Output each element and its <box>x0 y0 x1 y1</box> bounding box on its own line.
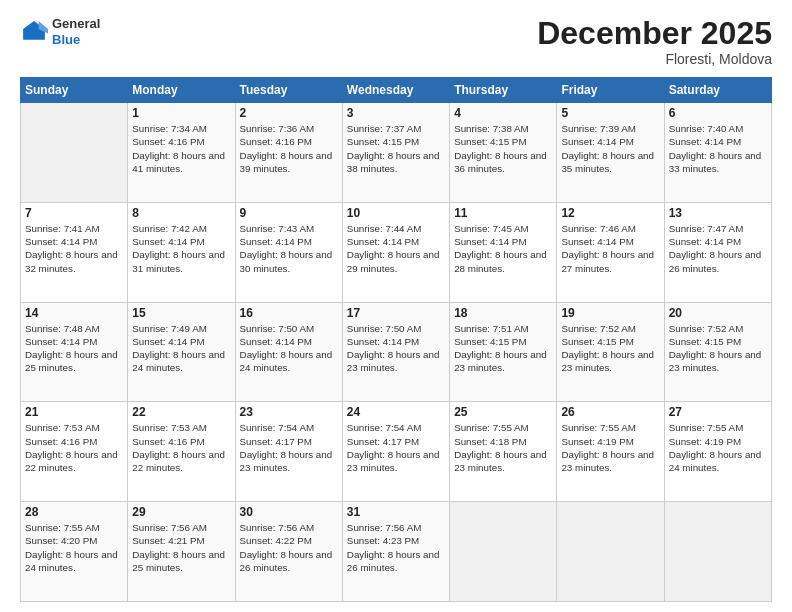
cell-info: Sunrise: 7:55 AMSunset: 4:19 PMDaylight:… <box>669 421 767 474</box>
weekday-header-wednesday: Wednesday <box>342 78 449 103</box>
cell-info: Sunrise: 7:41 AMSunset: 4:14 PMDaylight:… <box>25 222 123 275</box>
logo-general-text: General <box>52 16 100 32</box>
cell-day-number: 1 <box>132 106 230 120</box>
cell-day-number: 18 <box>454 306 552 320</box>
calendar-cell: 4Sunrise: 7:38 AMSunset: 4:15 PMDaylight… <box>450 103 557 203</box>
cell-day-number: 26 <box>561 405 659 419</box>
cell-day-number: 24 <box>347 405 445 419</box>
cell-day-number: 20 <box>669 306 767 320</box>
cell-day-number: 23 <box>240 405 338 419</box>
cell-info: Sunrise: 7:55 AMSunset: 4:20 PMDaylight:… <box>25 521 123 574</box>
calendar-cell: 21Sunrise: 7:53 AMSunset: 4:16 PMDayligh… <box>21 402 128 502</box>
header: General Blue December 2025 Floresti, Mol… <box>20 16 772 67</box>
cell-info: Sunrise: 7:56 AMSunset: 4:21 PMDaylight:… <box>132 521 230 574</box>
cell-info: Sunrise: 7:53 AMSunset: 4:16 PMDaylight:… <box>25 421 123 474</box>
calendar-cell: 14Sunrise: 7:48 AMSunset: 4:14 PMDayligh… <box>21 302 128 402</box>
calendar-cell: 11Sunrise: 7:45 AMSunset: 4:14 PMDayligh… <box>450 202 557 302</box>
cell-day-number: 7 <box>25 206 123 220</box>
cell-info: Sunrise: 7:56 AMSunset: 4:22 PMDaylight:… <box>240 521 338 574</box>
cell-day-number: 4 <box>454 106 552 120</box>
weekday-header-thursday: Thursday <box>450 78 557 103</box>
cell-info: Sunrise: 7:49 AMSunset: 4:14 PMDaylight:… <box>132 322 230 375</box>
cell-info: Sunrise: 7:55 AMSunset: 4:19 PMDaylight:… <box>561 421 659 474</box>
cell-info: Sunrise: 7:38 AMSunset: 4:15 PMDaylight:… <box>454 122 552 175</box>
cell-info: Sunrise: 7:45 AMSunset: 4:14 PMDaylight:… <box>454 222 552 275</box>
cell-day-number: 9 <box>240 206 338 220</box>
cell-day-number: 2 <box>240 106 338 120</box>
calendar-cell: 9Sunrise: 7:43 AMSunset: 4:14 PMDaylight… <box>235 202 342 302</box>
cell-info: Sunrise: 7:47 AMSunset: 4:14 PMDaylight:… <box>669 222 767 275</box>
cell-info: Sunrise: 7:53 AMSunset: 4:16 PMDaylight:… <box>132 421 230 474</box>
cell-day-number: 22 <box>132 405 230 419</box>
calendar-cell <box>664 502 771 602</box>
calendar-cell: 13Sunrise: 7:47 AMSunset: 4:14 PMDayligh… <box>664 202 771 302</box>
calendar-week-row: 7Sunrise: 7:41 AMSunset: 4:14 PMDaylight… <box>21 202 772 302</box>
calendar-cell <box>450 502 557 602</box>
calendar-cell: 22Sunrise: 7:53 AMSunset: 4:16 PMDayligh… <box>128 402 235 502</box>
calendar-cell: 25Sunrise: 7:55 AMSunset: 4:18 PMDayligh… <box>450 402 557 502</box>
calendar-week-row: 21Sunrise: 7:53 AMSunset: 4:16 PMDayligh… <box>21 402 772 502</box>
calendar-cell: 6Sunrise: 7:40 AMSunset: 4:14 PMDaylight… <box>664 103 771 203</box>
cell-info: Sunrise: 7:36 AMSunset: 4:16 PMDaylight:… <box>240 122 338 175</box>
cell-day-number: 31 <box>347 505 445 519</box>
cell-day-number: 5 <box>561 106 659 120</box>
cell-day-number: 12 <box>561 206 659 220</box>
calendar-cell: 10Sunrise: 7:44 AMSunset: 4:14 PMDayligh… <box>342 202 449 302</box>
title-section: December 2025 Floresti, Moldova <box>537 16 772 67</box>
cell-day-number: 13 <box>669 206 767 220</box>
calendar-cell: 1Sunrise: 7:34 AMSunset: 4:16 PMDaylight… <box>128 103 235 203</box>
cell-info: Sunrise: 7:42 AMSunset: 4:14 PMDaylight:… <box>132 222 230 275</box>
cell-info: Sunrise: 7:39 AMSunset: 4:14 PMDaylight:… <box>561 122 659 175</box>
logo-blue-text: Blue <box>52 32 100 48</box>
month-title: December 2025 <box>537 16 772 51</box>
calendar-week-row: 28Sunrise: 7:55 AMSunset: 4:20 PMDayligh… <box>21 502 772 602</box>
cell-info: Sunrise: 7:55 AMSunset: 4:18 PMDaylight:… <box>454 421 552 474</box>
calendar-cell: 18Sunrise: 7:51 AMSunset: 4:15 PMDayligh… <box>450 302 557 402</box>
calendar-cell: 20Sunrise: 7:52 AMSunset: 4:15 PMDayligh… <box>664 302 771 402</box>
calendar-cell: 24Sunrise: 7:54 AMSunset: 4:17 PMDayligh… <box>342 402 449 502</box>
cell-day-number: 3 <box>347 106 445 120</box>
calendar-cell: 2Sunrise: 7:36 AMSunset: 4:16 PMDaylight… <box>235 103 342 203</box>
calendar-cell: 7Sunrise: 7:41 AMSunset: 4:14 PMDaylight… <box>21 202 128 302</box>
cell-info: Sunrise: 7:52 AMSunset: 4:15 PMDaylight:… <box>561 322 659 375</box>
cell-day-number: 6 <box>669 106 767 120</box>
cell-day-number: 21 <box>25 405 123 419</box>
cell-info: Sunrise: 7:50 AMSunset: 4:14 PMDaylight:… <box>240 322 338 375</box>
calendar-table: SundayMondayTuesdayWednesdayThursdayFrid… <box>20 77 772 602</box>
calendar-cell: 17Sunrise: 7:50 AMSunset: 4:14 PMDayligh… <box>342 302 449 402</box>
cell-day-number: 30 <box>240 505 338 519</box>
cell-info: Sunrise: 7:37 AMSunset: 4:15 PMDaylight:… <box>347 122 445 175</box>
weekday-header-monday: Monday <box>128 78 235 103</box>
calendar-header-row: SundayMondayTuesdayWednesdayThursdayFrid… <box>21 78 772 103</box>
calendar-cell: 12Sunrise: 7:46 AMSunset: 4:14 PMDayligh… <box>557 202 664 302</box>
cell-day-number: 25 <box>454 405 552 419</box>
cell-day-number: 8 <box>132 206 230 220</box>
calendar-cell: 5Sunrise: 7:39 AMSunset: 4:14 PMDaylight… <box>557 103 664 203</box>
weekday-header-sunday: Sunday <box>21 78 128 103</box>
weekday-header-tuesday: Tuesday <box>235 78 342 103</box>
cell-day-number: 28 <box>25 505 123 519</box>
logo: General Blue <box>20 16 100 47</box>
cell-day-number: 19 <box>561 306 659 320</box>
location: Floresti, Moldova <box>537 51 772 67</box>
weekday-header-saturday: Saturday <box>664 78 771 103</box>
calendar-cell <box>557 502 664 602</box>
cell-info: Sunrise: 7:54 AMSunset: 4:17 PMDaylight:… <box>347 421 445 474</box>
calendar-cell <box>21 103 128 203</box>
logo-icon <box>20 18 48 46</box>
cell-day-number: 16 <box>240 306 338 320</box>
cell-day-number: 29 <box>132 505 230 519</box>
calendar-week-row: 1Sunrise: 7:34 AMSunset: 4:16 PMDaylight… <box>21 103 772 203</box>
cell-day-number: 17 <box>347 306 445 320</box>
calendar-cell: 28Sunrise: 7:55 AMSunset: 4:20 PMDayligh… <box>21 502 128 602</box>
weekday-header-friday: Friday <box>557 78 664 103</box>
cell-day-number: 15 <box>132 306 230 320</box>
cell-day-number: 11 <box>454 206 552 220</box>
cell-day-number: 27 <box>669 405 767 419</box>
calendar-cell: 3Sunrise: 7:37 AMSunset: 4:15 PMDaylight… <box>342 103 449 203</box>
calendar-cell: 29Sunrise: 7:56 AMSunset: 4:21 PMDayligh… <box>128 502 235 602</box>
cell-info: Sunrise: 7:54 AMSunset: 4:17 PMDaylight:… <box>240 421 338 474</box>
cell-info: Sunrise: 7:46 AMSunset: 4:14 PMDaylight:… <box>561 222 659 275</box>
calendar-cell: 19Sunrise: 7:52 AMSunset: 4:15 PMDayligh… <box>557 302 664 402</box>
page: General Blue December 2025 Floresti, Mol… <box>0 0 792 612</box>
